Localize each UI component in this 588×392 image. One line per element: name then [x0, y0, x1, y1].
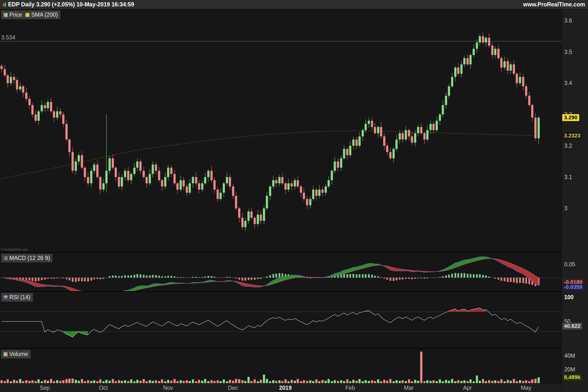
sma-series-icon — [26, 13, 30, 17]
volume-legend-label: Volume — [9, 351, 28, 358]
panel-separator[interactable] — [0, 348, 588, 349]
volume-chart-canvas[interactable] — [0, 349, 562, 383]
last-price-badge: 3.290 — [562, 114, 579, 121]
macd-chart-canvas[interactable] — [0, 252, 562, 291]
macd-series-icon — [4, 256, 8, 260]
price-panel: Price SMA (200) 3.534 © ProRealTime.com — [0, 9, 562, 252]
price-series-icon — [4, 13, 8, 17]
value-axis-tick: 0.05 — [564, 261, 575, 268]
value-axis[interactable]: 3.290 3.2323 -0.0180 -0.0359 40.622 8,48… — [562, 9, 588, 392]
macd-panel: MACD (12 26 9) — [0, 252, 562, 291]
volume-panel: Volume — [0, 349, 562, 383]
value-axis-tick: 40M — [564, 352, 575, 359]
copyright-watermark: © ProRealTime.com — [1, 248, 28, 251]
rsi-series-icon — [4, 296, 8, 300]
rsi-legend-label: RSI (14) — [9, 294, 30, 300]
value-axis-tick: 3.5 — [564, 48, 572, 55]
rsi-panel: RSI (14) — [0, 292, 562, 348]
instrument-icon — [3, 2, 6, 6]
time-axis-tick: Feb — [346, 385, 355, 391]
rsi-chart-canvas[interactable] — [0, 292, 562, 348]
panel-separator[interactable] — [0, 252, 588, 252]
instrument-title: EDP Daily 3.290 (+2.05%) 10-May-2019 16:… — [8, 1, 134, 8]
value-axis-tick: 3.2 — [564, 142, 572, 149]
level-line-label: 3.534 — [1, 34, 16, 41]
value-axis-tick: 20M — [564, 366, 575, 373]
price-series-legend[interactable]: Price — [4, 12, 22, 18]
time-axis-tick: Apr — [463, 385, 472, 391]
price-legend[interactable]: Price SMA (200) — [1, 10, 60, 19]
volume-value-badge: 8,489k — [562, 374, 582, 381]
title-bar-left: EDP Daily 3.290 (+2.05%) 10-May-2019 16:… — [3, 1, 134, 8]
time-axis-tick: Sep — [40, 385, 50, 391]
volume-series-legend[interactable]: Volume — [4, 351, 28, 358]
macd-legend[interactable]: MACD (12 26 9) — [1, 254, 52, 262]
sma-legend-label: SMA (200) — [31, 12, 58, 18]
value-axis-tick: 3.4 — [564, 80, 572, 86]
volume-legend[interactable]: Volume — [1, 350, 30, 358]
value-axis-tick: 3.1 — [564, 174, 572, 180]
title-bar: EDP Daily 3.290 (+2.05%) 10-May-2019 16:… — [0, 0, 588, 9]
rsi-legend[interactable]: RSI (14) — [1, 293, 33, 302]
time-axis-tick: Nov — [163, 385, 173, 391]
prorealtime-chart-window: EDP Daily 3.290 (+2.05%) 10-May-2019 16:… — [0, 0, 588, 392]
price-chart-canvas[interactable] — [0, 9, 562, 252]
panel-separator[interactable] — [0, 291, 588, 292]
time-axis-tick: Mar — [404, 385, 414, 391]
macd-legend-label: MACD (12 26 9) — [9, 255, 50, 262]
rsi-series-legend[interactable]: RSI (14) — [4, 294, 30, 300]
time-axis-tick: 2019 — [279, 385, 292, 391]
sma-series-legend[interactable]: SMA (200) — [26, 12, 58, 18]
sma-value-badge: 3.2323 — [562, 132, 582, 139]
rsi-value-badge: 40.622 — [562, 323, 582, 330]
time-axis[interactable]: SepOctNovDec2019FebMarAprMay — [0, 383, 562, 392]
time-axis-tick: Dec — [228, 385, 238, 391]
macd-series-legend[interactable]: MACD (12 26 9) — [4, 255, 50, 262]
price-legend-label: Price — [9, 12, 22, 18]
value-axis-tick: 100 — [564, 294, 574, 300]
website-link[interactable]: www.ProRealTime.com — [523, 1, 585, 8]
macd-line-badge: -0.0359 — [562, 284, 584, 290]
value-axis-tick: 3.6 — [564, 17, 572, 24]
time-axis-tick: May — [520, 385, 531, 391]
time-axis-tick: Oct — [99, 385, 108, 391]
volume-series-icon — [4, 352, 8, 356]
value-axis-tick: 3 — [564, 205, 568, 212]
